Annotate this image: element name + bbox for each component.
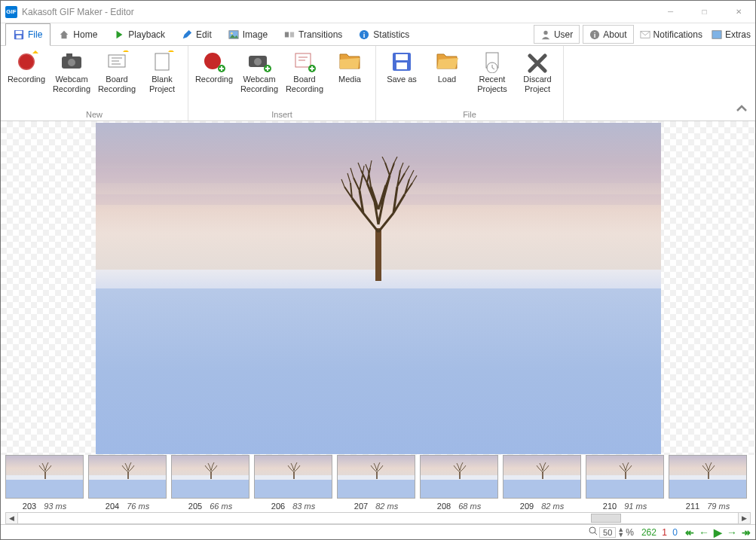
svg-rect-18 <box>66 53 72 57</box>
insert-webcam-button[interactable]: Webcam Recording <box>237 47 282 108</box>
minimize-button[interactable]: ─ <box>653 1 687 23</box>
scroll-left-button[interactable]: ◀ <box>6 513 18 523</box>
discard-button[interactable]: Discard Project <box>515 47 560 108</box>
tab-playback[interactable]: Playback <box>106 23 173 45</box>
frame-duration: 66 ms <box>210 502 232 511</box>
new-blank-button[interactable]: Blank Project <box>139 47 185 108</box>
camera-plus-icon <box>246 50 272 73</box>
saveas-button[interactable]: Save as <box>379 47 424 108</box>
insert-board-button[interactable]: Board Recording <box>282 47 327 108</box>
tab-image-label: Image <box>243 29 268 40</box>
svg-rect-6 <box>290 32 294 37</box>
scroll-right-button[interactable]: ▶ <box>738 513 750 523</box>
svg-rect-29 <box>396 54 408 60</box>
nav-prev-button[interactable]: ← <box>699 526 709 538</box>
tab-transitions[interactable]: Transitions <box>276 23 350 45</box>
scroll-thumb[interactable] <box>591 514 621 523</box>
recent-button[interactable]: Recent Projects <box>470 47 515 108</box>
svg-text:i: i <box>363 30 366 38</box>
timeline-scrollbar[interactable]: ◀ ▶ <box>5 512 751 524</box>
menu-spacer <box>418 23 532 45</box>
svg-rect-1 <box>16 31 23 34</box>
frame-number: 207 <box>354 502 368 511</box>
tab-about[interactable]: i About <box>583 25 633 44</box>
load-button[interactable]: Load <box>424 47 470 108</box>
collapse-ribbon-button[interactable] <box>736 102 748 114</box>
frame-number: 203 <box>23 502 36 511</box>
tab-user[interactable]: User <box>534 25 580 44</box>
tab-extras-label: Extras <box>725 29 751 40</box>
frame-thumbnail[interactable]: 21179 ms <box>669 455 747 511</box>
tab-extras[interactable]: Extras <box>707 23 755 45</box>
insert-media-button[interactable]: Media <box>327 47 372 108</box>
discard-label: Discard Project <box>516 75 559 94</box>
frame-duration: 68 ms <box>458 502 481 511</box>
nav-first-button[interactable]: ↞ <box>685 526 694 538</box>
nav-last-button[interactable]: ↠ <box>742 526 751 538</box>
svg-point-4 <box>231 32 233 34</box>
board-plus-icon <box>292 50 317 73</box>
thumb-image <box>88 455 167 499</box>
frame-thumbnail[interactable]: 20393 ms <box>5 455 84 511</box>
count-other: 0 <box>672 527 678 538</box>
tab-notifications[interactable]: Notifications <box>635 23 707 45</box>
thumb-image <box>5 455 84 499</box>
playback-nav: ↞ ← ▶ → ↠ <box>685 526 751 538</box>
scroll-track[interactable] <box>18 513 738 523</box>
tab-home[interactable]: Home <box>51 23 106 45</box>
tab-image[interactable]: Image <box>220 23 276 45</box>
insert-media-label: Media <box>338 75 361 84</box>
window-title: Kakasoft GIF Maker - Editor <box>22 7 653 17</box>
frame-thumbnail[interactable]: 20476 ms <box>88 455 167 511</box>
maximize-button[interactable]: □ <box>687 1 721 23</box>
new-recording-button[interactable]: Recording <box>4 47 49 108</box>
load-label: Load <box>438 75 456 84</box>
tab-edit[interactable]: Edit <box>173 23 220 45</box>
new-webcam-button[interactable]: Webcam Recording <box>49 47 94 108</box>
new-board-button[interactable]: Board Recording <box>94 47 139 108</box>
new-recording-label: Recording <box>8 75 45 84</box>
thumb-image <box>254 455 332 499</box>
zoom-control[interactable]: 50 ▲▼ % <box>589 526 634 538</box>
ribbon-group-insert: Recording Webcam Recording Board Recordi… <box>188 46 376 121</box>
zoom-value[interactable]: 50 <box>599 527 616 538</box>
svg-rect-20 <box>155 53 169 70</box>
extras-icon <box>712 29 722 40</box>
user-icon <box>540 29 551 40</box>
frame-thumbnail[interactable]: 20566 ms <box>171 455 249 511</box>
frame-thumbnail[interactable]: 20868 ms <box>420 455 498 511</box>
canvas-area[interactable] <box>1 121 755 455</box>
play-icon <box>114 29 124 40</box>
magnifier-icon <box>589 526 598 538</box>
frame-thumbnail[interactable]: 20782 ms <box>337 455 415 511</box>
tab-file[interactable]: File <box>5 23 51 46</box>
insert-recording-button[interactable]: Recording <box>191 47 237 108</box>
frame-thumbnail[interactable]: 21091 ms <box>586 455 664 511</box>
discard-icon <box>525 50 550 73</box>
thumb-image <box>503 455 581 499</box>
nav-next-button[interactable]: → <box>727 526 737 538</box>
nav-play-button[interactable]: ▶ <box>714 526 722 538</box>
notifications-icon <box>640 29 650 40</box>
tab-statistics[interactable]: i Statistics <box>350 23 418 45</box>
zoom-percent-label: % <box>626 527 634 538</box>
frame-duration: 91 ms <box>624 502 647 511</box>
zoom-spinner[interactable]: ▲▼ <box>617 527 624 538</box>
close-button[interactable]: ✕ <box>721 1 755 23</box>
frame-number: 209 <box>520 502 534 511</box>
frame-duration: 93 ms <box>44 502 66 511</box>
thumb-image <box>586 455 664 499</box>
home-icon <box>59 29 69 40</box>
svg-rect-30 <box>396 63 407 69</box>
svg-point-33 <box>589 527 595 533</box>
ribbon: Recording Webcam Recording Board Recordi… <box>1 46 755 121</box>
frame-duration: 76 ms <box>127 502 149 511</box>
status-bar: 50 ▲▼ % 262 1 0 ↞ ← ▶ → ↠ <box>1 524 755 539</box>
thumb-image <box>337 455 415 499</box>
ribbon-group-file-label: File <box>379 108 560 121</box>
insert-webcam-label: Webcam Recording <box>238 75 280 94</box>
frame-counts: 262 1 0 <box>640 527 679 538</box>
count-total: 262 <box>641 527 657 538</box>
frame-thumbnail[interactable]: 20683 ms <box>254 455 332 511</box>
frame-thumbnail[interactable]: 20982 ms <box>503 455 581 511</box>
